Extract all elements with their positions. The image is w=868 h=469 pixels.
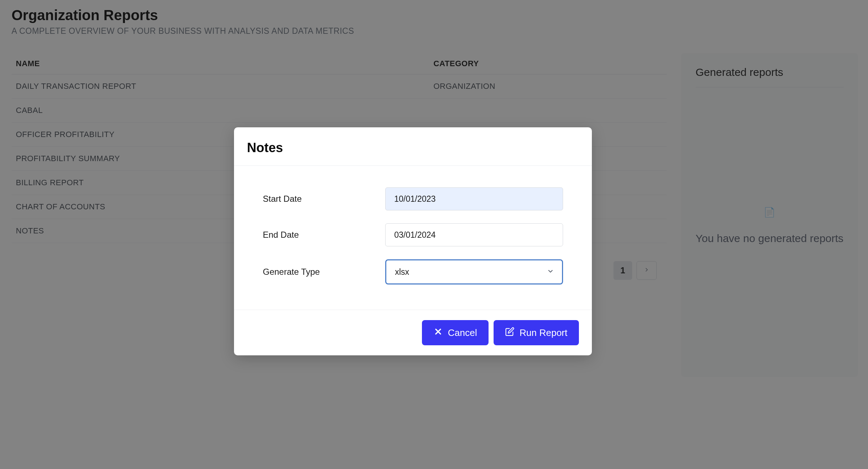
form-row-generate-type: Generate Type [263, 259, 563, 284]
modal-title: Notes [247, 140, 579, 155]
run-report-button[interactable]: Run Report [494, 320, 579, 345]
form-row-start-date: Start Date [263, 187, 563, 210]
modal-footer: Cancel Run Report [234, 310, 592, 355]
modal-overlay[interactable]: Notes Start Date End Date Generate Type [0, 0, 868, 469]
generate-type-select[interactable] [385, 259, 563, 284]
cancel-button-label: Cancel [448, 327, 477, 338]
end-date-label: End Date [263, 230, 385, 240]
generate-type-label: Generate Type [263, 267, 385, 277]
start-date-input[interactable] [385, 187, 563, 210]
edit-icon [505, 327, 514, 339]
generate-type-select-wrapper [385, 259, 563, 284]
start-date-label: Start Date [263, 194, 385, 204]
notes-modal: Notes Start Date End Date Generate Type [234, 127, 592, 355]
end-date-input[interactable] [385, 223, 563, 246]
modal-header: Notes [234, 127, 592, 166]
cancel-button[interactable]: Cancel [422, 320, 489, 345]
close-icon [433, 327, 443, 339]
modal-body: Start Date End Date Generate Type [234, 166, 592, 310]
form-row-end-date: End Date [263, 223, 563, 246]
run-report-button-label: Run Report [520, 327, 567, 338]
